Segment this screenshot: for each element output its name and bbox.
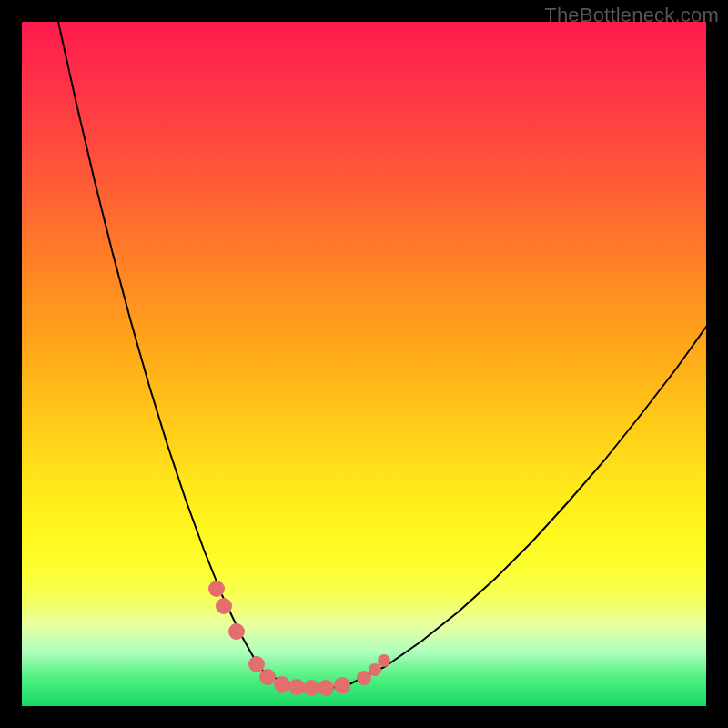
- data-marker: [216, 598, 232, 614]
- data-marker: [369, 663, 381, 676]
- data-marker: [378, 654, 390, 667]
- watermark-text: TheBottleneck.com: [544, 4, 719, 27]
- bottleneck-curve: [58, 22, 706, 688]
- data-marker: [357, 671, 371, 685]
- data-markers: [208, 581, 390, 696]
- data-marker: [303, 680, 319, 696]
- data-marker: [248, 656, 265, 672]
- data-marker: [259, 669, 276, 685]
- data-marker: [334, 677, 350, 693]
- data-marker: [208, 581, 225, 597]
- chart-frame: TheBottleneck.com: [0, 0, 728, 728]
- data-marker: [288, 679, 305, 695]
- data-marker: [318, 680, 334, 696]
- data-marker: [228, 623, 245, 640]
- curve-layer: [22, 22, 706, 706]
- data-marker: [274, 676, 290, 693]
- plot-area: [22, 22, 706, 706]
- curve-path: [58, 22, 706, 688]
